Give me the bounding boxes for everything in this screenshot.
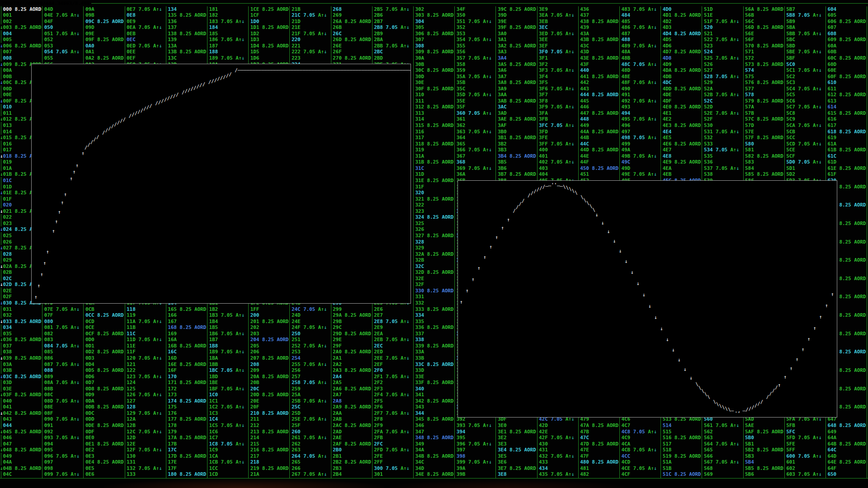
grid-cell[interactable]: 432 7.05 A↑↓ — [536, 453, 575, 460]
grid-cell[interactable]: 1C5 7.05 A↑↓ — [206, 422, 245, 429]
grid-cell[interactable]: 0DC — [82, 410, 94, 417]
grid-cell[interactable]: 171 8.25 AORD — [165, 380, 206, 386]
grid-cell[interactable]: 451 — [577, 171, 589, 178]
grid-cell[interactable]: 013 — [0, 122, 12, 129]
grid-cell[interactable]: 32D 8.25 AORD — [412, 269, 453, 276]
grid-cell[interactable]: 48E — [618, 74, 630, 80]
grid-cell[interactable]: 361 — [453, 116, 465, 122]
grid-cell[interactable]: 43B 8.25 AORD — [577, 37, 618, 43]
grid-cell[interactable]: 35F — [453, 104, 465, 110]
grid-cell[interactable]: 3B1 8.25 AORD — [495, 135, 536, 141]
grid-cell[interactable]: 579 8.25 AORD — [742, 98, 783, 104]
grid-cell[interactable]: 21D — [288, 19, 300, 25]
grid-cell[interactable]: 16B 8.25 AORD — [165, 343, 206, 349]
grid-cell[interactable]: 331 — [412, 294, 424, 300]
grid-cell[interactable]: 5B1 — [742, 441, 754, 447]
grid-cell[interactable]: 57A — [742, 104, 754, 110]
grid-cell[interactable]: 252 7.05 A↑↓ — [288, 343, 327, 349]
grid-cell[interactable]: 0CF 8.25 AORD — [82, 331, 123, 337]
grid-cell[interactable]: 492 7.05 A↑↓ — [618, 98, 657, 104]
grid-cell[interactable]: 127 — [124, 398, 136, 404]
grid-cell[interactable]: 1C3 — [206, 410, 218, 417]
grid-cell[interactable]: 613 — [825, 98, 836, 104]
grid-cell[interactable]: 188 — [206, 49, 218, 55]
grid-cell[interactable]: 0E5 — [82, 465, 94, 472]
grid-cell[interactable]: 0D9 — [82, 392, 94, 398]
grid-cell[interactable]: 011 — [0, 110, 12, 117]
grid-cell[interactable]: 085 — [41, 349, 53, 355]
grid-cell[interactable]: 12F 7.05 A↑↓ — [124, 447, 162, 453]
grid-cell[interactable]: 1CF — [247, 12, 259, 19]
grid-cell[interactable]: 5B7 — [783, 6, 795, 13]
grid-cell[interactable]: 219 8.25 AORD — [247, 465, 288, 472]
grid-cell[interactable]: 42E — [536, 429, 548, 435]
grid-cell[interactable]: 495 7.05 A↑↓ — [618, 116, 657, 122]
grid-cell[interactable]: 3EE — [536, 37, 548, 43]
grid-cell[interactable]: 3F3 7.05 A↑↓ — [536, 67, 575, 74]
grid-cell[interactable]: 132 7.05 A↑↓ — [124, 465, 162, 472]
grid-cell[interactable]: 538 — [701, 171, 712, 178]
grid-cell[interactable]: 086 — [41, 355, 53, 361]
grid-cell[interactable]: 584 — [742, 165, 754, 172]
grid-cell[interactable]: 5C8 — [783, 110, 795, 117]
grid-cell[interactable]: 099 7.05 A↑↓ — [41, 471, 80, 478]
grid-cell[interactable]: 365 — [453, 141, 465, 147]
grid-cell[interactable]: 354 7.05 A↑↓ — [453, 37, 492, 43]
grid-cell[interactable]: 5B0 — [742, 435, 754, 441]
grid-cell[interactable]: 4DF — [660, 98, 671, 104]
grid-cell[interactable]: 3B2 — [495, 141, 506, 147]
grid-cell[interactable]: 57E — [742, 129, 754, 135]
grid-cell[interactable]: 0E4 8.25 AORD — [82, 459, 123, 465]
grid-cell[interactable]: 29D 8.25 AORD — [330, 331, 371, 337]
grid-cell[interactable]: 530 — [701, 122, 712, 129]
grid-cell[interactable]: 0DA — [82, 398, 94, 404]
grid-cell[interactable]: 178 — [165, 422, 177, 429]
grid-cell[interactable]: 30F 8.25 AORD — [412, 86, 453, 92]
grid-cell[interactable]: 3EC — [536, 24, 548, 31]
grid-cell[interactable]: 2AE — [330, 435, 342, 441]
grid-cell[interactable]: 369 7.05 A↑↓ — [453, 165, 492, 172]
grid-cell[interactable]: 0CC 8.25 AORD — [82, 312, 123, 319]
grid-cell[interactable]: 1C1 — [206, 398, 218, 404]
grid-cell[interactable]: 32C — [412, 263, 424, 270]
grid-cell[interactable]: 090 7.05 A↑↓ — [41, 416, 80, 422]
grid-cell[interactable]: 48D — [618, 67, 630, 74]
grid-cell[interactable]: 56B — [742, 12, 754, 19]
grid-cell[interactable]: 615 8.25 AORD — [825, 110, 866, 117]
grid-cell[interactable]: 2F5 — [371, 398, 383, 404]
grid-cell[interactable]: 521 — [701, 31, 712, 37]
grid-cell[interactable]: 3F6 7.05 A↑↓ — [536, 86, 575, 92]
grid-cell[interactable]: 61A — [825, 141, 836, 147]
grid-cell[interactable]: 49E 7.05 A↑↓ — [618, 171, 657, 178]
grid-cell[interactable]: 4E1 — [660, 110, 671, 117]
grid-cell[interactable]: 136 — [165, 19, 177, 25]
grid-cell[interactable]: 3E4 8.25 AORD — [495, 447, 536, 453]
grid-cell[interactable]: 1BA — [206, 355, 218, 361]
grid-cell[interactable]: 338 — [412, 337, 424, 343]
grid-cell[interactable]: 24D — [288, 312, 300, 319]
grid-cell[interactable]: 30E — [412, 80, 424, 86]
grid-cell[interactable]: 2B9 — [371, 31, 383, 37]
grid-cell[interactable]: 2F7 7.05 A↑↓ — [371, 410, 410, 417]
grid-cell[interactable]: 33C 8.25 AORD — [412, 361, 453, 368]
grid-cell[interactable]: 2A2 — [330, 361, 342, 368]
grid-cell[interactable]: 4D0 — [660, 6, 671, 13]
grid-cell[interactable]: 0CD — [82, 319, 94, 325]
grid-cell[interactable]: 119 — [124, 312, 136, 319]
grid-cell[interactable]: 1C4 — [206, 416, 218, 422]
grid-cell[interactable]: 185 — [206, 31, 218, 37]
grid-cell[interactable]: 11F — [124, 349, 136, 355]
grid-cell[interactable]: 3AE 8.25 AORD — [495, 116, 536, 122]
grid-cell[interactable]: 582 8.25 AORD — [742, 153, 783, 160]
grid-cell[interactable]: 333 8.25 AORD — [412, 306, 453, 313]
grid-cell[interactable]: 26F — [330, 49, 342, 55]
grid-cell[interactable]: 215 — [247, 441, 259, 447]
grid-cell[interactable]: 004 — [0, 31, 12, 37]
grid-cell[interactable]: 2A0 8.25 AORD — [330, 349, 371, 355]
grid-cell[interactable]: 4DA 8.25 AORD — [660, 67, 701, 74]
grid-cell[interactable]: 4E5 — [660, 135, 671, 141]
grid-cell[interactable]: 335 — [412, 319, 424, 325]
grid-cell[interactable]: 4E4 — [660, 129, 671, 135]
grid-cell[interactable]: 4E0 8.25 AORD — [660, 104, 701, 110]
grid-cell[interactable]: 307 — [412, 37, 424, 43]
